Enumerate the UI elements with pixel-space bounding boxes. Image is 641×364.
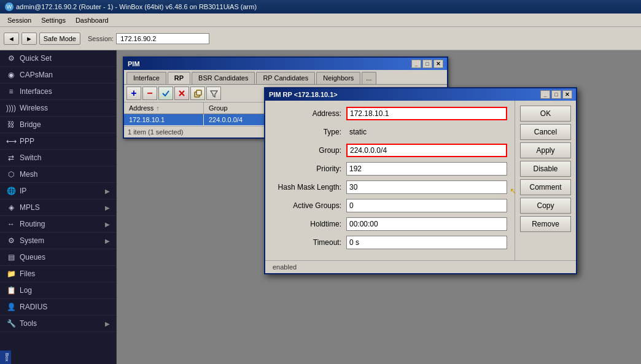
bridge-icon: ⛓ bbox=[6, 120, 16, 130]
pim-rp-dialog: PIM RP <172.18.10.1> _ □ ✕ Address: Type… bbox=[264, 87, 577, 274]
title-text: admin@172.16.90.2 (Router - 1) - WinBox … bbox=[16, 3, 257, 10]
sidebar-item-switch[interactable]: ⇄ Switch bbox=[0, 150, 116, 166]
forward-button[interactable]: ► bbox=[21, 33, 37, 45]
check-button[interactable] bbox=[158, 87, 173, 100]
sidebar-item-ppp[interactable]: ⟷ PPP bbox=[0, 133, 116, 150]
disable-button[interactable]: Disable bbox=[520, 161, 571, 177]
system-arrow: ▶ bbox=[105, 238, 110, 244]
quick-set-icon: ⚙ bbox=[6, 53, 16, 63]
tab-bsr-candidates[interactable]: BSR Candidates bbox=[192, 72, 255, 84]
pim-tab-bar: Interface RP BSR Candidates RP Candidate… bbox=[124, 70, 447, 85]
sidebar-label-capsman: CAPsMan bbox=[20, 71, 53, 79]
remove-button[interactable]: Remove bbox=[520, 216, 571, 232]
sidebar-item-routing[interactable]: ↔ Routing ▶ bbox=[0, 216, 116, 233]
sidebar-item-capsman[interactable]: ◉ CAPsMan bbox=[0, 67, 116, 83]
form-row-hash-mask: Hash Mask Length: bbox=[273, 180, 507, 194]
sidebar-item-wireless[interactable]: )))) Wireless bbox=[0, 100, 116, 117]
title-bar: W admin@172.16.90.2 (Router - 1) - WinBo… bbox=[0, 0, 641, 14]
address-label: Address: bbox=[273, 109, 346, 118]
menu-dashboard[interactable]: Dashboard bbox=[71, 15, 114, 25]
cursor-indicator: ↖ bbox=[510, 186, 517, 196]
tools-arrow: ▶ bbox=[105, 320, 110, 327]
cross-button[interactable] bbox=[174, 87, 189, 100]
group-label: Group: bbox=[273, 146, 346, 155]
tab-rp[interactable]: RP bbox=[168, 72, 190, 84]
apply-button[interactable]: Apply bbox=[520, 142, 571, 158]
sidebar-item-bridge[interactable]: ⛓ Bridge bbox=[0, 117, 116, 133]
active-groups-label: Active Groups: bbox=[273, 201, 346, 210]
sidebar-label-tools: Tools bbox=[20, 319, 37, 328]
sidebar-item-files[interactable]: 📁 Files bbox=[0, 266, 116, 282]
rp-close-button[interactable]: ✕ bbox=[562, 90, 572, 99]
content-area: PIM _ □ ✕ Interface RP BSR Candidates RP… bbox=[117, 50, 641, 364]
group-input[interactable] bbox=[346, 144, 507, 157]
sidebar-item-system[interactable]: ⚙ System ▶ bbox=[0, 233, 116, 249]
pim-minimize-button[interactable]: _ bbox=[411, 60, 421, 68]
menu-settings[interactable]: Settings bbox=[36, 15, 71, 25]
tab-more[interactable]: ... bbox=[362, 72, 376, 84]
sidebar-item-tools[interactable]: 🔧 Tools ▶ bbox=[0, 316, 116, 332]
sidebar-label-ip: IP bbox=[20, 187, 26, 195]
sidebar-item-queues[interactable]: ▤ Queues bbox=[0, 249, 116, 266]
holdtime-input[interactable] bbox=[346, 217, 507, 231]
sidebar-label-interfaces: Interfaces bbox=[20, 87, 52, 96]
files-icon: 📁 bbox=[6, 269, 16, 279]
comment-button[interactable]: ↖ Comment bbox=[520, 179, 571, 195]
pim-maximize-button[interactable]: □ bbox=[422, 60, 432, 68]
system-icon: ⚙ bbox=[6, 236, 16, 246]
sidebar-label-routing: Routing bbox=[20, 220, 45, 228]
sidebar-label-ppp: PPP bbox=[20, 137, 34, 145]
routing-arrow: ▶ bbox=[105, 221, 110, 228]
cancel-button[interactable]: Cancel bbox=[520, 124, 571, 140]
queues-icon: ▤ bbox=[6, 252, 16, 262]
filter-button[interactable] bbox=[206, 87, 221, 100]
sidebar-label-quick-set: Quick Set bbox=[20, 54, 52, 63]
sidebar-label-radius: RADIUS bbox=[20, 303, 47, 311]
radius-icon: 👤 bbox=[6, 302, 16, 312]
priority-label: Priority: bbox=[273, 165, 346, 173]
box-label: Box bbox=[0, 350, 11, 364]
sidebar: ⚙ Quick Set ◉ CAPsMan ≡ Interfaces )))) … bbox=[0, 50, 117, 364]
copy-button[interactable]: Copy bbox=[520, 198, 571, 214]
sidebar-label-system: System bbox=[20, 236, 44, 245]
back-button[interactable]: ◄ bbox=[4, 33, 19, 45]
sidebar-item-mpls[interactable]: ◈ MPLS ▶ bbox=[0, 199, 116, 216]
session-input[interactable] bbox=[116, 33, 209, 44]
sidebar-item-mesh[interactable]: ⬡ Mesh bbox=[0, 166, 116, 183]
sidebar-item-radius[interactable]: 👤 RADIUS bbox=[0, 299, 116, 316]
address-input[interactable] bbox=[346, 107, 507, 120]
priority-input[interactable] bbox=[346, 162, 507, 176]
sidebar-label-wireless: Wireless bbox=[20, 104, 48, 112]
dialog-footer: enabled bbox=[265, 260, 576, 273]
add-button[interactable]: + bbox=[126, 87, 141, 100]
sidebar-item-log[interactable]: 📋 Log bbox=[0, 282, 116, 299]
th-address: Address ↑ bbox=[124, 103, 204, 114]
copy-inner-button[interactable] bbox=[190, 87, 205, 100]
form-row-holdtime: Holdtime: bbox=[273, 217, 507, 231]
active-groups-input[interactable] bbox=[346, 199, 507, 212]
rp-maximize-button[interactable]: □ bbox=[551, 90, 561, 99]
sidebar-item-interfaces[interactable]: ≡ Interfaces bbox=[0, 83, 116, 100]
tab-rp-candidates[interactable]: RP Candidates bbox=[256, 72, 315, 84]
tab-neighbors[interactable]: Neighbors bbox=[316, 72, 360, 84]
sidebar-label-switch: Switch bbox=[20, 153, 41, 162]
interfaces-icon: ≡ bbox=[6, 87, 16, 96]
remove-button[interactable]: − bbox=[142, 87, 157, 100]
sidebar-item-ip[interactable]: 🌐 IP ▶ bbox=[0, 183, 116, 199]
safe-mode-button[interactable]: Safe Mode bbox=[39, 33, 80, 45]
rp-minimize-button[interactable]: _ bbox=[540, 90, 550, 99]
session-label: Session: bbox=[88, 35, 114, 42]
type-label: Type: bbox=[273, 128, 346, 136]
pim-rp-title-bar: PIM RP <172.18.10.1> _ □ ✕ bbox=[265, 88, 576, 101]
tab-interface[interactable]: Interface bbox=[126, 72, 166, 84]
sidebar-item-quick-set[interactable]: ⚙ Quick Set bbox=[0, 50, 116, 67]
pim-rp-title-text: PIM RP <172.18.10.1> bbox=[269, 91, 338, 98]
pim-close-button[interactable]: ✕ bbox=[433, 60, 443, 68]
holdtime-label: Holdtime: bbox=[273, 220, 346, 228]
ok-button[interactable]: OK bbox=[520, 106, 571, 122]
form-row-address: Address: bbox=[273, 107, 507, 120]
hash-mask-input[interactable] bbox=[346, 180, 507, 194]
menu-session[interactable]: Session bbox=[2, 15, 36, 25]
timeout-input[interactable] bbox=[346, 236, 507, 249]
sidebar-label-queues: Queues bbox=[20, 253, 45, 261]
